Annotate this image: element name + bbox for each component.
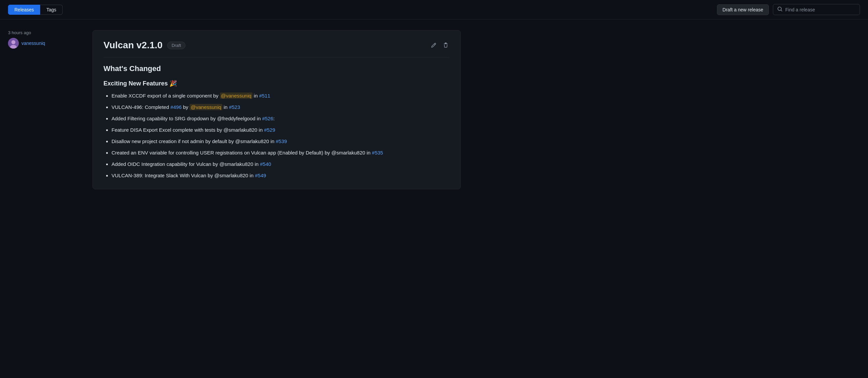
card-actions — [430, 41, 450, 49]
pr-link-529[interactable]: #529 — [264, 127, 275, 133]
whats-changed-heading: What's Changed — [103, 64, 450, 73]
draft-badge: Draft — [167, 41, 185, 49]
sidebar: 3 hours ago vanessuniq — [8, 30, 82, 189]
tab-releases[interactable]: Releases — [8, 5, 40, 15]
user-link-vanessuniq-2[interactable]: @vanessuniq — [190, 104, 222, 110]
list-item: Added OIDC Integration capability for Vu… — [112, 160, 450, 168]
pr-link-511[interactable]: #511 — [259, 93, 270, 98]
user-text-smarlaku820-1: @smarlaku820 — [223, 127, 257, 133]
pr-link-539[interactable]: #539 — [276, 138, 287, 144]
username-link[interactable]: vanessuniq — [22, 40, 45, 46]
list-item: Enable XCCDF export of a single componen… — [112, 92, 450, 100]
list-item: Disallow new project creation if not adm… — [112, 137, 450, 145]
release-title: Vulcan v2.1.0 — [103, 40, 162, 51]
draft-new-release-button[interactable]: Draft a new release — [717, 4, 769, 15]
tab-group: Releases Tags — [8, 5, 63, 15]
user-text-smarlaku820-3: @smarlaku820 — [331, 150, 365, 155]
avatar — [8, 38, 19, 49]
list-item: Feature DISA Export Excel complete with … — [112, 126, 450, 134]
svg-point-1 — [11, 40, 16, 44]
user-text-smarlaku820-2: @smarlaku820 — [235, 138, 269, 144]
edit-release-button[interactable] — [430, 41, 438, 49]
divider-1 — [103, 57, 450, 58]
change-list: Enable XCCDF export of a single componen… — [103, 92, 450, 180]
main-content: 3 hours ago vanessuniq Vulcan v2.1.0 Dra… — [0, 20, 469, 200]
release-search-box[interactable] — [773, 4, 860, 15]
pr-link-496[interactable]: #496 — [170, 104, 182, 110]
user-text-freddyfeelgood: @freddyfeelgood — [217, 116, 255, 121]
pr-link-540[interactable]: #540 — [260, 161, 271, 167]
user-link-vanessuniq-1[interactable]: @vanessuniq — [220, 92, 252, 99]
user-text-smarlaku820-4: @smarlaku820 — [219, 161, 253, 167]
user-text-smarlaku820-5: @smarlaku820 — [214, 173, 248, 178]
pr-link-523[interactable]: #523 — [229, 104, 240, 110]
delete-release-button[interactable] — [442, 41, 450, 49]
search-input[interactable] — [785, 7, 856, 12]
list-item: Added Filtering capability to SRG dropdo… — [112, 115, 450, 123]
tab-tags[interactable]: Tags — [40, 5, 63, 15]
list-item: VULCAN-389: Integrate Slack With Vulcan … — [112, 172, 450, 180]
pr-link-535[interactable]: #535 — [372, 150, 383, 155]
sidebar-user: vanessuniq — [8, 38, 82, 49]
release-time: 3 hours ago — [8, 30, 82, 35]
top-bar: Releases Tags Draft a new release — [0, 0, 868, 20]
exciting-features-heading: Exciting New Features 🎉 — [103, 80, 450, 87]
list-item: VULCAN-496: Completed #496 by @vanessuni… — [112, 103, 450, 111]
pr-link-549[interactable]: #549 — [255, 173, 266, 178]
search-icon — [777, 6, 783, 13]
release-card: Vulcan v2.1.0 Draft What's Changed Excit… — [92, 30, 461, 189]
pr-link-526[interactable]: #526 — [262, 116, 273, 121]
top-actions: Draft a new release — [717, 4, 860, 15]
release-title-row: Vulcan v2.1.0 Draft — [103, 40, 186, 51]
list-item: Created an ENV variable for controlling … — [112, 149, 450, 157]
release-header: Vulcan v2.1.0 Draft — [103, 40, 450, 51]
